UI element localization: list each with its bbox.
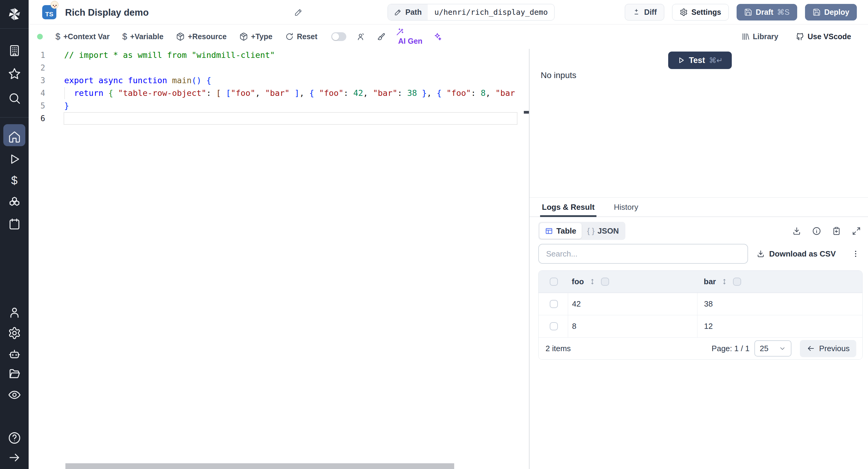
- reset-button[interactable]: Reset: [285, 32, 317, 41]
- kebab-icon: [851, 249, 860, 258]
- code-editor[interactable]: 1// import * as wmill from "windmill-cli…: [29, 49, 529, 469]
- sidebar-item-folders[interactable]: [0, 365, 29, 382]
- tab-logs-result[interactable]: Logs & Result: [542, 198, 595, 216]
- play-icon: [8, 153, 21, 166]
- items-count: 2 items: [546, 344, 571, 353]
- play-icon: [677, 56, 685, 64]
- cell-foo: 42: [572, 299, 581, 309]
- sidebar-item-workers[interactable]: [0, 345, 29, 362]
- sidebar-item-audit-logs[interactable]: [0, 386, 29, 403]
- column-bar-checkbox[interactable]: [733, 278, 741, 286]
- type-label: +Type: [251, 32, 273, 41]
- sidebar-item-settings[interactable]: [0, 324, 29, 342]
- diff-label: Diff: [644, 8, 657, 17]
- sidebar-item-search[interactable]: [0, 90, 29, 107]
- cell-bar: 38: [704, 299, 713, 309]
- page-indicator: Page: 1 / 1: [712, 344, 749, 353]
- expand-result-button[interactable]: [850, 226, 863, 236]
- save-icon: [812, 8, 821, 16]
- column-header-foo[interactable]: foo: [572, 277, 584, 286]
- sidebar-item-workspace[interactable]: [0, 42, 29, 59]
- download-result-button[interactable]: [790, 226, 803, 236]
- ai-sparkles-button[interactable]: [433, 32, 442, 41]
- diff-mode-toggle[interactable]: [331, 32, 346, 41]
- format-button[interactable]: [376, 32, 385, 41]
- tab-history[interactable]: History: [614, 198, 638, 216]
- download-icon: [792, 226, 801, 236]
- robot-icon: [8, 347, 21, 361]
- previous-page-button[interactable]: Previous: [800, 340, 856, 357]
- star-icon: [8, 67, 21, 81]
- test-button[interactable]: Test ⌘↵: [668, 52, 732, 69]
- eye-icon: [8, 388, 21, 402]
- search-input[interactable]: [538, 244, 748, 264]
- sidebar-item-variables[interactable]: $: [0, 172, 29, 189]
- test-label: Test: [689, 56, 705, 65]
- sparkles-icon: [433, 32, 442, 41]
- column-foo-checkbox[interactable]: [601, 278, 609, 286]
- settings-button[interactable]: Settings: [672, 4, 729, 21]
- sidebar: $: [0, 0, 29, 469]
- sidebar-item-home[interactable]: [0, 128, 29, 145]
- sort-foo-button[interactable]: [589, 278, 596, 285]
- table-row[interactable]: 42 38: [538, 293, 862, 315]
- result-tabbar: Logs & Result History: [530, 198, 868, 217]
- gear-icon: [680, 8, 688, 16]
- use-vscode-button[interactable]: Use VScode: [796, 32, 851, 41]
- deploy-button[interactable]: Deploy: [805, 4, 857, 21]
- result-view-toolbar: Table { } JSON: [538, 222, 863, 240]
- no-inputs-text: No inputs: [541, 70, 576, 80]
- edit-title-button[interactable]: [294, 8, 303, 17]
- page-size-select[interactable]: 25: [754, 340, 792, 356]
- draft-button[interactable]: Draft ⌘S: [737, 4, 797, 21]
- horizontal-scrollbar[interactable]: [65, 463, 454, 469]
- diff-button[interactable]: Diff: [625, 4, 664, 21]
- table-footer: 2 items Page: 1 / 1 25 Previous: [538, 338, 862, 359]
- script-title: Rich Display demo: [65, 7, 149, 18]
- package-icon: [176, 32, 185, 41]
- add-resource-button[interactable]: +Resource: [176, 32, 227, 41]
- view-switcher: Table { } JSON: [538, 222, 625, 240]
- reset-label: Reset: [297, 32, 317, 41]
- help-circle-icon: [8, 431, 21, 445]
- sidebar-item-runs[interactable]: [0, 151, 29, 167]
- cell-foo: 8: [572, 322, 576, 331]
- collaborators-button[interactable]: [356, 32, 366, 41]
- refresh-icon: [285, 32, 294, 41]
- add-variable-button[interactable]: $ +Variable: [122, 32, 164, 41]
- sidebar-item-schedules[interactable]: [0, 216, 29, 232]
- add-type-button[interactable]: +Type: [239, 32, 273, 41]
- deploy-label: Deploy: [824, 8, 849, 17]
- row-checkbox[interactable]: [550, 322, 558, 330]
- view-table-label: Table: [556, 226, 576, 236]
- sidebar-item-resources[interactable]: [0, 194, 29, 211]
- copy-result-button[interactable]: [830, 226, 843, 236]
- view-table-button[interactable]: Table: [539, 223, 582, 239]
- download-csv-label: Download as CSV: [769, 249, 836, 259]
- sidebar-expand[interactable]: [0, 449, 29, 466]
- sidebar-item-favorites[interactable]: [0, 65, 29, 82]
- row-checkbox[interactable]: [550, 300, 558, 308]
- table-menu-button[interactable]: [851, 249, 860, 258]
- chevron-down-icon: [779, 345, 786, 352]
- column-header-bar[interactable]: bar: [704, 277, 716, 286]
- sidebar-item-help[interactable]: [0, 430, 29, 446]
- pencil-icon: [294, 8, 303, 17]
- windmill-logo[interactable]: [0, 0, 29, 29]
- download-csv-button[interactable]: Download as CSV: [756, 249, 836, 259]
- view-json-button[interactable]: { } JSON: [582, 226, 624, 236]
- path-widget[interactable]: Path u/henri/rich_display_demo: [388, 4, 555, 21]
- library-button[interactable]: Library: [741, 32, 778, 41]
- select-all-checkbox[interactable]: [550, 278, 558, 286]
- add-context-var-button[interactable]: $ +Context Var: [56, 32, 110, 41]
- view-json-label: JSON: [598, 226, 619, 236]
- previous-label: Previous: [819, 344, 849, 353]
- result-info-button[interactable]: [810, 226, 823, 236]
- table-row[interactable]: 8 12: [538, 315, 862, 338]
- sidebar-item-users[interactable]: [0, 304, 29, 321]
- calendar-icon: [8, 217, 21, 230]
- download-icon: [756, 250, 765, 258]
- ai-gen-button[interactable]: AI Gen: [395, 28, 423, 45]
- sort-updown-icon: [721, 278, 728, 285]
- sort-bar-button[interactable]: [721, 278, 728, 285]
